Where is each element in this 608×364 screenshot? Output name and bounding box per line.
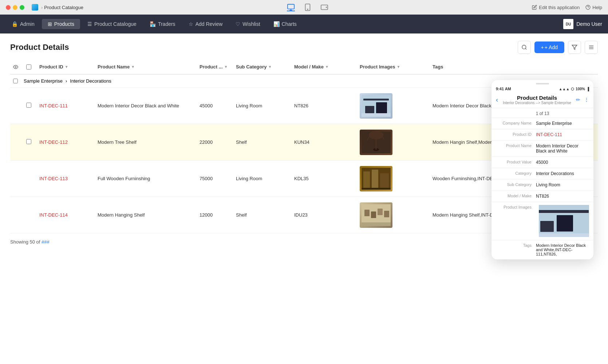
- row-checkbox[interactable]: [26, 103, 31, 108]
- mobile-label: Category: [496, 171, 536, 176]
- product-id-cell[interactable]: INT-DEC-113: [36, 173, 95, 184]
- col-checkbox[interactable]: [23, 63, 36, 71]
- minimize-button[interactable]: [13, 5, 17, 10]
- svg-rect-41: [539, 233, 589, 237]
- svg-rect-18: [376, 102, 387, 113]
- product-id-cell[interactable]: INT-DEC-111: [36, 100, 95, 111]
- header-actions: + + Add: [518, 41, 598, 54]
- tablet-landscape-view-icon[interactable]: [320, 3, 328, 11]
- col-product-name[interactable]: Product Name ▼: [95, 63, 197, 71]
- sort-icon: ▼: [268, 65, 272, 69]
- product-name-cell: Modern Interior Decor Black and White: [95, 100, 197, 111]
- sort-icon: ▼: [224, 65, 228, 69]
- svg-point-9: [522, 45, 526, 49]
- mobile-nav-icons: ✏ ⋮: [576, 97, 589, 103]
- nav-wishlist[interactable]: ♡ Wishlist: [230, 19, 266, 29]
- search-button[interactable]: [518, 41, 531, 54]
- col-product-value[interactable]: Product ... ▼: [197, 63, 233, 71]
- product-id-cell[interactable]: INT-DEC-112: [36, 136, 95, 148]
- col-product-id[interactable]: Product ID ▼: [36, 63, 95, 71]
- app-icon: [32, 4, 38, 11]
- row-options-button[interactable]: ···: [9, 142, 13, 149]
- mobile-back-button[interactable]: ‹: [496, 96, 498, 104]
- svg-point-6: [326, 7, 327, 8]
- mobile-label: Product ID: [496, 132, 536, 137]
- nav-add-review[interactable]: ☆ Add Review: [183, 19, 229, 29]
- col-model-make[interactable]: Model / Make ▼: [291, 63, 357, 71]
- mobile-main-title: Product Details: [503, 95, 571, 101]
- mobile-sub-title: Interior Decorations --> Sample Enterpri…: [503, 101, 571, 105]
- col-sub-category[interactable]: Sub Category ▼: [233, 63, 291, 71]
- mobile-label: Tags: [496, 243, 536, 256]
- filter-button[interactable]: [568, 41, 581, 54]
- tablet-portrait-view-icon[interactable]: [304, 3, 312, 11]
- product-value-cell: 75000: [197, 173, 233, 184]
- help-button[interactable]: Help: [585, 5, 602, 10]
- more-options-button[interactable]: [585, 41, 598, 54]
- mobile-pagination: 1 of 13: [491, 108, 593, 118]
- signal-icon: ▲▲▲: [559, 87, 570, 91]
- svg-rect-17: [365, 106, 374, 113]
- nav-products[interactable]: ⊞ Products: [42, 19, 80, 29]
- nav-product-catalogue[interactable]: ☰ Product Catalogue: [82, 19, 142, 29]
- col-product-images[interactable]: Product Images ▼: [357, 63, 430, 71]
- close-button[interactable]: [6, 5, 11, 10]
- breadcrumb-page: Product Catalogue: [44, 5, 83, 10]
- mobile-value: Interior Decorations: [536, 171, 589, 176]
- category-label: Interior Decorations: [70, 78, 111, 84]
- view-switcher: [86, 3, 529, 11]
- row-checkbox-cell[interactable]: [23, 139, 36, 145]
- product-image: [360, 93, 392, 119]
- row-checkbox[interactable]: [26, 139, 31, 144]
- desktop-view-icon[interactable]: [287, 3, 295, 11]
- row-eye: [10, 176, 23, 182]
- group-checkbox[interactable]: [13, 79, 18, 83]
- drag-handle[interactable]: [491, 80, 593, 86]
- mobile-image-container: [539, 205, 589, 237]
- nav-admin[interactable]: 🔒 Admin: [6, 19, 40, 29]
- nav-charts[interactable]: 📊 Charts: [268, 19, 303, 29]
- titlebar-actions: Edit this application Help: [532, 5, 602, 10]
- col-tags[interactable]: Tags: [430, 63, 598, 71]
- sub-category-cell: Shelf: [233, 136, 291, 148]
- maximize-button[interactable]: [20, 5, 24, 10]
- mobile-value: NT826: [536, 194, 589, 199]
- product-image: [360, 166, 392, 191]
- user-menu[interactable]: DU Demo User: [563, 19, 602, 29]
- svg-rect-20: [363, 99, 389, 100]
- mobile-value: Living Room: [536, 182, 589, 187]
- avatar: DU: [563, 19, 573, 29]
- mobile-title: Product Details Interior Decorations -->…: [503, 95, 571, 105]
- mobile-product-image: [539, 205, 589, 237]
- mobile-preview-panel: 9:41 AM ▲▲▲ ⬡ 100% ▐ ‹ Product Details I…: [491, 80, 593, 260]
- edit-application-button[interactable]: Edit this application: [532, 5, 580, 10]
- navbar: 🔒 Admin ⊞ Products ☰ Product Catalogue 🏪…: [0, 15, 608, 33]
- select-all-checkbox[interactable]: [26, 64, 31, 70]
- nav-traders[interactable]: 🏪 Traders: [144, 19, 181, 29]
- mobile-field-model: Model / Make NT826: [491, 191, 593, 202]
- bar-chart-icon: 📊: [273, 21, 280, 27]
- sub-category-cell: Shelf: [233, 209, 291, 221]
- grid-icon: ⊞: [48, 21, 52, 27]
- table-header: Product ID ▼ Product Name ▼ Product ... …: [10, 60, 598, 75]
- product-image: [360, 130, 392, 155]
- svg-line-10: [525, 48, 526, 50]
- total-count[interactable]: ###: [42, 239, 50, 245]
- mobile-field-id: Product ID INT-DEC-111: [491, 129, 593, 141]
- product-value-cell: 22000: [197, 136, 233, 148]
- mobile-value: 45000: [536, 160, 589, 165]
- product-name-cell: Modern Tree Shelf: [95, 136, 197, 148]
- mobile-field-company: Company Name Sample Enterprise: [491, 118, 593, 129]
- lock-icon: 🔒: [12, 21, 18, 27]
- add-button[interactable]: + + Add: [534, 41, 564, 53]
- mobile-edit-button[interactable]: ✏: [576, 97, 580, 103]
- titlebar: › Product Catalogue Edit this applicatio…: [0, 0, 608, 15]
- mobile-field-value: Product Value 45000: [491, 157, 593, 168]
- svg-point-4: [307, 9, 308, 10]
- product-id-cell[interactable]: INT-DEC-114: [36, 209, 95, 221]
- mobile-more-button[interactable]: ⋮: [584, 97, 589, 103]
- mobile-value: Modern Interior Decor Black and White: [536, 143, 589, 154]
- row-checkbox-cell[interactable]: [23, 103, 36, 109]
- svg-rect-28: [363, 171, 370, 188]
- sub-category-cell: Living Room: [233, 100, 291, 111]
